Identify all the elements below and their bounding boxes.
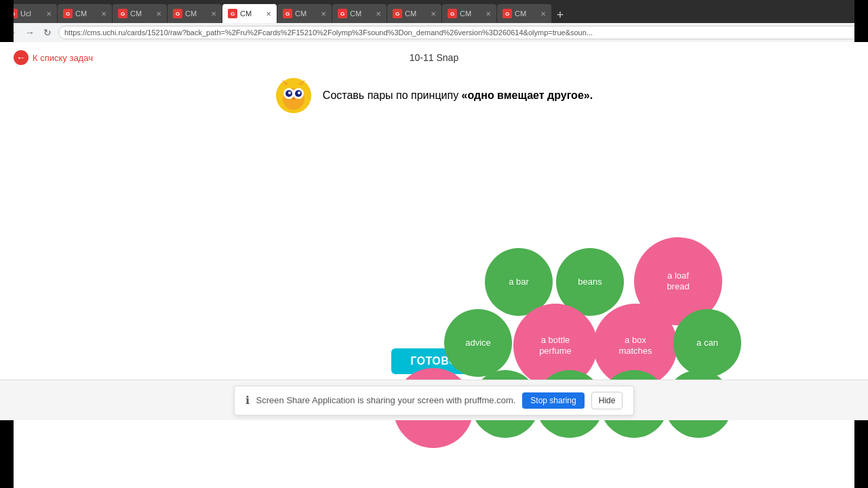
tab-bar: G Ucl ✕ G CM ✕ G CM ✕ G CM ✕ G CM ✕ G CM… xyxy=(0,0,868,23)
circle-a-can[interactable]: a can xyxy=(673,309,741,377)
back-arrow-icon: ← xyxy=(14,50,28,65)
tab-5-active[interactable]: G CM ✕ xyxy=(222,4,277,23)
share-message: Screen Share Application is sharing your… xyxy=(256,395,516,405)
browser-chrome: G Ucl ✕ G CM ✕ G CM ✕ G CM ✕ G CM ✕ G CM… xyxy=(0,0,868,42)
tab-label-4: CM xyxy=(185,9,197,18)
tab-close-2[interactable]: ✕ xyxy=(101,10,106,18)
tab-close-5[interactable]: ✕ xyxy=(266,10,271,18)
tab-label-6: CM xyxy=(295,9,307,18)
tab-10[interactable]: G CM ✕ xyxy=(497,4,551,23)
tab-favicon-3: G xyxy=(118,9,127,18)
forward-nav-button[interactable]: → xyxy=(23,26,37,39)
instruction-normal: Составь пары по принципу xyxy=(323,89,462,101)
back-label: К списку задач xyxy=(33,53,93,63)
tab-7[interactable]: G CM ✕ xyxy=(332,4,387,23)
tab-label-3: CM xyxy=(130,9,142,18)
tab-favicon-7: G xyxy=(338,9,347,18)
tab-favicon-9: G xyxy=(448,9,457,18)
new-tab-button[interactable]: + xyxy=(552,7,568,23)
share-bar: ℹ Screen Share Application is sharing yo… xyxy=(0,380,868,420)
tab-favicon-5: G xyxy=(228,9,237,18)
page-content: ← К списку задач 10-11 Snap xyxy=(0,42,868,420)
game-area: a bar beans a loafbread advice a bottlep… xyxy=(244,127,624,338)
tab-label-8: CM xyxy=(405,9,416,18)
tab-close-1[interactable]: ✕ xyxy=(46,10,52,18)
tab-9[interactable]: G CM ✕ xyxy=(442,4,496,23)
tab-6[interactable]: G CM ✕ xyxy=(277,4,332,23)
owl-logo xyxy=(275,77,312,114)
hide-button[interactable]: Hide xyxy=(591,392,623,409)
tab-close-8[interactable]: ✕ xyxy=(431,10,436,18)
url-text: https://cms.uchi.ru/cards/15210/raw?back… xyxy=(64,28,593,37)
tab-favicon-10: G xyxy=(502,9,512,18)
tab-favicon-4: G xyxy=(173,9,182,18)
share-bar-inner: ℹ Screen Share Application is sharing yo… xyxy=(234,386,635,415)
tab-label-5: CM xyxy=(240,9,252,18)
main-area: Составь пары по принципу «одно вмещает д… xyxy=(0,70,868,374)
tab-label-10: CM xyxy=(515,9,526,18)
tab-label-9: CM xyxy=(460,9,471,18)
share-info-icon: ℹ xyxy=(245,394,250,407)
tab-close-10[interactable]: ✕ xyxy=(540,10,546,18)
svg-point-6 xyxy=(288,92,291,94)
instruction: Составь пары по принципу «одно вмещает д… xyxy=(275,77,593,114)
stop-sharing-button[interactable]: Stop sharing xyxy=(522,392,584,409)
tab-favicon-6: G xyxy=(283,9,292,18)
page-header: ← К списку задач 10-11 Snap xyxy=(0,42,868,70)
tab-label-1: Ucl xyxy=(20,9,31,18)
nav-bar: ← → ↻ https://cms.uchi.ru/cards/15210/ra… xyxy=(0,23,868,42)
page-title: 10-11 Snap xyxy=(410,52,458,63)
instruction-text: Составь пары по принципу «одно вмещает д… xyxy=(323,89,593,102)
tab-close-6[interactable]: ✕ xyxy=(321,10,326,18)
tab-favicon-8: G xyxy=(393,9,402,18)
tab-close-4[interactable]: ✕ xyxy=(211,10,216,18)
back-button[interactable]: ← К списку задач xyxy=(14,50,93,65)
url-bar[interactable]: https://cms.uchi.ru/cards/15210/raw?back… xyxy=(58,26,863,39)
svg-point-7 xyxy=(298,92,300,94)
tab-favicon-2: G xyxy=(63,9,73,18)
tab-4[interactable]: G CM ✕ xyxy=(167,4,222,23)
tab-2[interactable]: G CM ✕ xyxy=(58,4,112,23)
instruction-bold: «одно вмещает другое». xyxy=(462,89,593,101)
reload-button[interactable]: ↻ xyxy=(41,26,54,39)
circle-advice[interactable]: advice xyxy=(444,309,512,377)
tab-8[interactable]: G CM ✕ xyxy=(387,4,441,23)
tab-close-9[interactable]: ✕ xyxy=(486,10,491,18)
tab-close-7[interactable]: ✕ xyxy=(376,10,381,18)
tab-label-7: CM xyxy=(350,9,361,18)
tab-3[interactable]: G CM ✕ xyxy=(113,4,167,23)
tab-label-2: CM xyxy=(75,9,87,18)
tab-close-3[interactable]: ✕ xyxy=(156,10,161,18)
